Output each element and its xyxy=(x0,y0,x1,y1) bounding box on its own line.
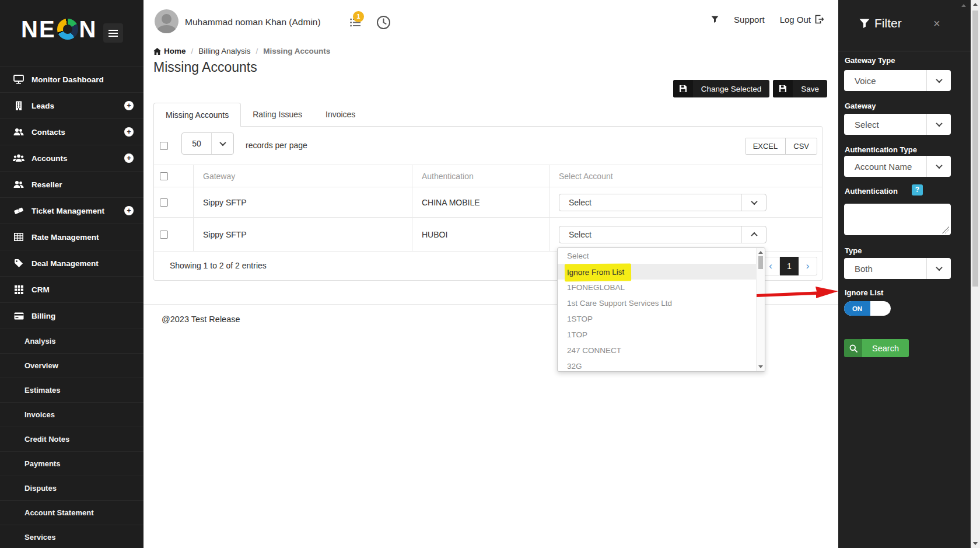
dropdown-option[interactable]: 247 CONNECT xyxy=(558,343,765,358)
tab-rating-issues[interactable]: Rating Issues xyxy=(241,103,314,126)
column-header-authentication: Authentication xyxy=(412,165,549,187)
sidebar-item-billing[interactable]: Billing xyxy=(0,302,144,329)
scroll-up-arrow-icon[interactable] xyxy=(758,251,763,254)
sidebar-subitem-invoices[interactable]: Invoices xyxy=(0,402,144,427)
cell-gateway: Sippy SFTP xyxy=(193,187,412,217)
tab-missing-accounts[interactable]: Missing Accounts xyxy=(153,103,241,127)
export-csv-button[interactable]: CSV xyxy=(785,138,817,154)
sidebar-item-reseller[interactable]: Reseller xyxy=(0,171,144,197)
clock-icon[interactable] xyxy=(376,15,391,30)
search-button[interactable]: Search xyxy=(844,339,909,357)
account-dropdown-menu: Select Ignore From List 1FONEGLOBAL 1st … xyxy=(557,247,765,372)
records-per-page-select[interactable]: 50 xyxy=(181,132,234,155)
authentication-type-select[interactable]: Account Name xyxy=(844,156,951,177)
account-select[interactable]: Select xyxy=(559,194,766,211)
sidebar-item-rate-management[interactable]: Rate Management xyxy=(0,224,144,250)
subitem-label: Payments xyxy=(24,459,60,468)
sidebar-item-monitor-dashboard[interactable]: Monitor Dashboard xyxy=(0,66,144,92)
dropdown-option-ignore-from-list[interactable]: Ignore From List xyxy=(558,264,765,280)
sidebar-subitem-payments[interactable]: Payments xyxy=(0,451,144,476)
sidebar-item-label: Accounts xyxy=(32,154,68,163)
filter-funnel-icon[interactable] xyxy=(711,16,719,23)
logout-link[interactable]: Log Out xyxy=(780,15,824,25)
scrollbar-thumb[interactable] xyxy=(758,256,763,269)
select-all-checkbox[interactable] xyxy=(160,172,168,180)
sidebar-item-label: Contacts xyxy=(32,128,65,137)
page-scrollbar[interactable] xyxy=(971,0,980,548)
sidebar-item-deal-management[interactable]: Deal Management xyxy=(0,250,144,276)
ignore-list-label: Ignore List xyxy=(845,288,883,297)
authentication-textarea[interactable] xyxy=(844,204,951,235)
tab-bar: Missing Accounts Rating Issues Invoices xyxy=(153,103,367,126)
sidebar-item-label: CRM xyxy=(32,285,50,294)
app-root: NE N Monitor Dashboard Leads + xyxy=(0,0,980,548)
resize-handle-icon[interactable] xyxy=(942,226,949,233)
help-badge[interactable]: ? xyxy=(912,184,923,196)
sidebar-item-accounts[interactable]: Accounts + xyxy=(0,145,144,171)
pagination-next-button[interactable]: › xyxy=(799,257,817,275)
funnel-icon xyxy=(859,19,870,29)
dropdown-scrollbar[interactable] xyxy=(756,248,765,371)
notifications-icon[interactable]: 1 xyxy=(350,18,364,32)
breadcrumb-billing-analysis[interactable]: Billing Analysis xyxy=(198,47,250,55)
sidebar-item-contacts[interactable]: Contacts + xyxy=(0,118,144,145)
scroll-down-arrow-icon[interactable] xyxy=(758,365,763,368)
export-excel-button[interactable]: EXCEL xyxy=(746,138,786,154)
sidebar-item-ticket-management[interactable]: Ticket Management + xyxy=(0,197,144,224)
dropdown-option[interactable]: 1FONEGLOBAL xyxy=(558,280,765,295)
sidebar-subitem-credit-notes[interactable]: Credit Notes xyxy=(0,427,144,451)
gateway-type-select[interactable]: Voice xyxy=(844,70,951,91)
change-selected-button[interactable]: Change Selected xyxy=(673,80,770,97)
export-group: EXCEL CSV xyxy=(745,138,817,155)
neon-logo: NE N xyxy=(21,18,97,41)
tab-invoices[interactable]: Invoices xyxy=(314,103,367,126)
top-header: Muhammad noman Khan (Admin) 1 Support Lo… xyxy=(144,0,838,39)
sidebar-collapse-button[interactable] xyxy=(103,23,123,43)
authentication-label-text: Authentication xyxy=(845,187,898,196)
save-button[interactable]: Save xyxy=(773,80,827,97)
expand-plus-icon[interactable]: + xyxy=(124,153,134,163)
search-label: Search xyxy=(862,339,909,357)
close-icon[interactable]: × xyxy=(933,17,940,30)
row-checkbox[interactable] xyxy=(160,198,168,207)
dropdown-option[interactable]: Select xyxy=(558,248,765,264)
sidebar-subitem-overview[interactable]: Overview xyxy=(0,353,144,378)
crm-grid-icon xyxy=(13,284,24,295)
table-info: Showing 1 to 2 of 2 entries xyxy=(170,261,267,270)
authentication-type-value: Account Name xyxy=(844,156,926,177)
sidebar-subitem-estimates[interactable]: Estimates xyxy=(0,378,144,402)
scrollbar-thumb[interactable] xyxy=(972,11,978,287)
sidebar-subitem-account-statement[interactable]: Account Statement xyxy=(0,500,144,525)
chevron-down-icon xyxy=(926,70,951,91)
type-select[interactable]: Both xyxy=(844,258,951,279)
breadcrumb-separator: / xyxy=(191,47,194,55)
bulk-checkbox[interactable] xyxy=(160,142,168,150)
dropdown-option[interactable]: 1TOP xyxy=(558,327,765,343)
sidebar-item-leads[interactable]: Leads + xyxy=(0,92,144,118)
scroll-up-arrow-icon[interactable] xyxy=(973,3,978,6)
sidebar-item-crm[interactable]: CRM xyxy=(0,276,144,302)
toolbar: Change Selected Save xyxy=(673,80,827,97)
support-link[interactable]: Support xyxy=(734,15,765,25)
breadcrumb-home[interactable]: Home xyxy=(153,47,186,55)
sidebar-subitem-services[interactable]: Services xyxy=(0,525,144,548)
account-select-open[interactable]: Select xyxy=(559,226,766,243)
sidebar-subitem-analysis[interactable]: Analysis xyxy=(0,329,144,353)
dropdown-option[interactable]: 1st Care Support Services Ltd xyxy=(558,295,765,311)
expand-plus-icon[interactable]: + xyxy=(124,127,134,137)
row-checkbox[interactable] xyxy=(160,231,168,239)
avatar[interactable] xyxy=(155,9,178,33)
expand-plus-icon[interactable]: + xyxy=(124,101,134,110)
expand-plus-icon[interactable]: + xyxy=(124,206,134,215)
filter-panel: Filter × Gateway Type Voice Gateway Sele… xyxy=(838,0,971,548)
pagination-page-1[interactable]: 1 xyxy=(780,257,799,275)
header-right: Support Log Out xyxy=(711,0,824,39)
scroll-down-arrow-icon[interactable] xyxy=(973,542,978,545)
filter-title-label: Filter xyxy=(874,16,902,30)
dropdown-option[interactable]: 32G xyxy=(558,358,765,372)
dropdown-option[interactable]: 1STOP xyxy=(558,311,765,327)
gateway-select[interactable]: Select xyxy=(844,114,951,135)
sidebar-subitem-disputes[interactable]: Disputes xyxy=(0,476,144,500)
ignore-list-toggle[interactable]: ON xyxy=(844,301,891,316)
monitor-icon xyxy=(13,74,24,85)
